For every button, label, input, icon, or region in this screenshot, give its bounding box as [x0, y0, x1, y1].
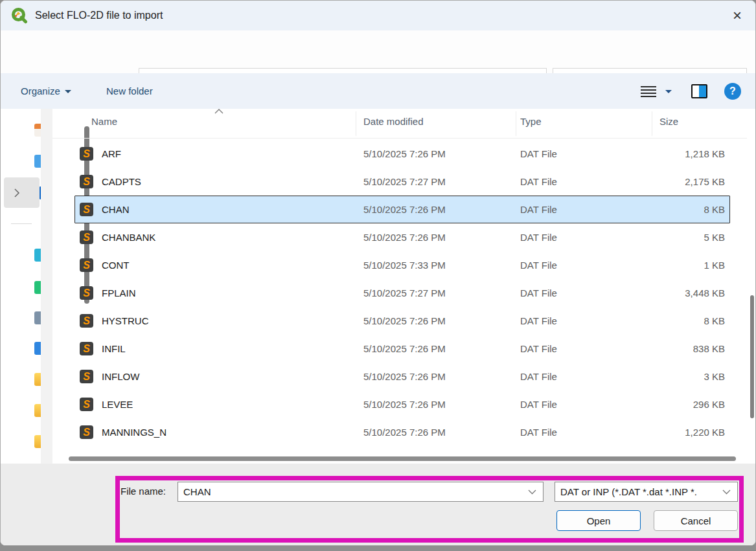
table-row[interactable]: S INFLOW 5/10/2025 7:26 PM DAT File 3 KB — [74, 363, 730, 390]
dat-file-icon: S — [80, 342, 93, 355]
table-row[interactable]: S ARF 5/10/2025 7:26 PM DAT File 1,218 K… — [74, 140, 730, 168]
table-row[interactable]: S CHAN 5/10/2025 7:26 PM DAT File 8 KB — [74, 196, 730, 223]
downloads-icon[interactable] — [34, 311, 41, 324]
file-type-value: DAT or INP (*.DAT *.dat *.INP *. — [560, 486, 722, 497]
list-horizontal-scrollbar-thumb[interactable] — [69, 456, 736, 461]
file-name-text: CONT — [102, 260, 130, 271]
file-name-cell: S HYSTRUC — [74, 314, 363, 328]
file-size-cell: 1,218 KB — [661, 148, 730, 159]
column-header-size[interactable]: Size — [659, 116, 678, 127]
file-name-text: ARF — [102, 148, 121, 159]
file-name-input[interactable]: CHAN — [178, 482, 544, 502]
table-row[interactable]: S MANNINGS_N 5/10/2025 7:26 PM DAT File … — [74, 418, 730, 446]
dat-file-icon: S — [80, 370, 93, 383]
file-name-cell: S INFIL — [74, 342, 363, 355]
file-date-cell: 5/10/2025 7:26 PM — [363, 148, 520, 159]
file-size-cell: 296 KB — [661, 399, 730, 410]
file-name-cell: S LEVEE — [74, 398, 363, 411]
organize-caret-icon — [65, 90, 71, 93]
file-size-cell: 838 KB — [661, 343, 730, 354]
list-vertical-scrollbar-thumb[interactable] — [750, 295, 754, 418]
dat-file-icon: S — [80, 286, 93, 300]
preview-pane-icon[interactable] — [691, 84, 707, 98]
file-type-dropdown-chevron-icon[interactable] — [722, 489, 731, 495]
file-date-cell: 5/10/2025 7:26 PM — [363, 427, 520, 438]
file-name-cell: S FPLAIN — [74, 286, 363, 300]
column-divider[interactable] — [516, 111, 516, 136]
file-name-cell: S INFLOW — [74, 370, 363, 383]
help-button[interactable]: ? — [724, 83, 741, 100]
file-dialog-window: Select FLO-2D file to import × ← → ↑ « S… — [0, 0, 756, 546]
desktop-icon[interactable] — [34, 249, 41, 262]
dat-file-icon: S — [80, 175, 93, 188]
title-bar: Select FLO-2D file to import × — [1, 1, 755, 30]
column-header-date-modified[interactable]: Date modified — [363, 116, 424, 127]
pictures-icon[interactable] — [34, 342, 41, 355]
gallery-icon[interactable] — [34, 155, 41, 168]
file-name-text: INFLOW — [102, 371, 139, 382]
file-type-cell: DAT File — [520, 148, 661, 159]
column-divider[interactable] — [652, 111, 652, 136]
file-size-cell: 3,448 KB — [661, 287, 730, 298]
file-name-cell: S CONT — [74, 258, 363, 272]
file-type-cell: DAT File — [520, 287, 661, 298]
file-name-cell: S ARF — [74, 147, 363, 161]
dat-file-icon: S — [80, 258, 93, 272]
expand-chevron-icon[interactable] — [14, 188, 20, 197]
open-button[interactable]: Open — [556, 510, 641, 531]
file-date-cell: 5/10/2025 7:27 PM — [363, 287, 520, 298]
file-name-cell: S CHANBANK — [74, 231, 363, 244]
dat-file-icon: S — [80, 425, 93, 439]
view-mode-caret-icon[interactable] — [665, 90, 672, 93]
file-type-cell: DAT File — [520, 343, 661, 354]
cancel-button[interactable]: Cancel — [654, 510, 738, 531]
navigation-bar: ← → ↑ « Self-Help Tutorials › QGIS Lesso… — [1, 30, 755, 73]
tree-item-hover[interactable] — [4, 177, 40, 208]
file-name-cell: S CHAN — [74, 203, 363, 216]
file-type-cell: DAT File — [520, 399, 661, 410]
file-browser-area: Name Date modified Type Size S ARF 5/10/… — [1, 109, 755, 464]
file-date-cell: 5/10/2025 7:27 PM — [363, 176, 520, 187]
view-mode-list-icon[interactable] — [641, 86, 656, 96]
table-row[interactable]: S CHANBANK 5/10/2025 7:26 PM DAT File 5 … — [74, 223, 730, 251]
file-type-select[interactable]: DAT or INP (*.DAT *.dat *.INP *. — [555, 482, 738, 502]
file-type-cell: DAT File — [520, 371, 661, 382]
file-date-cell: 5/10/2025 7:26 PM — [363, 315, 520, 326]
column-header-type[interactable]: Type — [520, 116, 542, 127]
column-divider[interactable] — [356, 111, 356, 136]
folder-icon[interactable] — [34, 404, 41, 417]
file-size-cell: 2,175 KB — [661, 176, 730, 187]
file-date-cell: 5/10/2025 7:26 PM — [363, 232, 520, 243]
home-icon[interactable] — [34, 124, 41, 137]
folder-icon[interactable] — [34, 435, 41, 448]
dialog-toolbar: Organize New folder ? — [1, 73, 755, 109]
file-name-cell: S CADPTS — [74, 175, 363, 188]
sidebar-scrollbar[interactable] — [41, 109, 52, 464]
table-row[interactable]: S FPLAIN 5/10/2025 7:27 PM DAT File 3,44… — [74, 279, 730, 307]
file-type-cell: DAT File — [520, 204, 661, 215]
file-type-cell: DAT File — [520, 232, 661, 243]
table-row[interactable]: S CONT 5/10/2025 7:33 PM DAT File 1 KB — [74, 251, 730, 279]
navigation-pane — [1, 109, 41, 464]
close-icon[interactable]: × — [724, 4, 750, 27]
documents-icon[interactable] — [34, 281, 41, 294]
dat-file-icon: S — [80, 203, 93, 216]
table-row[interactable]: S INFIL 5/10/2025 7:26 PM DAT File 838 K… — [74, 335, 730, 363]
table-row[interactable]: S LEVEE 5/10/2025 7:26 PM DAT File 296 K… — [74, 390, 730, 418]
file-name-dropdown-chevron-icon[interactable] — [528, 489, 536, 495]
file-type-cell: DAT File — [520, 176, 661, 187]
file-date-cell: 5/10/2025 7:26 PM — [363, 343, 520, 354]
file-date-cell: 5/10/2025 7:33 PM — [363, 260, 520, 271]
qgis-logo-icon — [11, 7, 28, 24]
table-row[interactable]: S CADPTS 5/10/2025 7:27 PM DAT File 2,17… — [74, 168, 730, 196]
new-folder-button[interactable]: New folder — [106, 73, 153, 109]
file-date-cell: 5/10/2025 7:26 PM — [363, 371, 520, 382]
file-size-cell: 1 KB — [661, 260, 730, 271]
column-header-name[interactable]: Name — [91, 116, 117, 127]
file-name-value: CHAN — [183, 486, 528, 497]
folder-icon[interactable] — [34, 373, 41, 386]
file-type-cell: DAT File — [520, 315, 661, 326]
organize-button[interactable]: Organize — [21, 73, 71, 109]
table-row[interactable]: S HYSTRUC 5/10/2025 7:26 PM DAT File 8 K… — [74, 307, 730, 335]
file-name-text: CHAN — [102, 204, 130, 215]
